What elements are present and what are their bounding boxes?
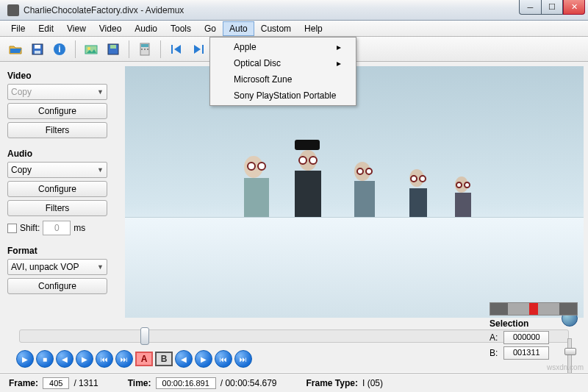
info-icon[interactable]: i xyxy=(50,40,69,59)
seek-thumb[interactable] xyxy=(140,327,149,345)
menu-help[interactable]: Help xyxy=(298,21,329,36)
svg-rect-14 xyxy=(171,45,173,54)
audio-filters-button[interactable]: Filters xyxy=(7,200,107,216)
svg-rect-2 xyxy=(35,51,40,54)
window-controls: ─ ☐ ✕ xyxy=(519,0,585,15)
marker-b-value: 001311 xyxy=(503,346,549,360)
menu-auto[interactable]: Auto xyxy=(223,21,254,36)
svg-text:i: i xyxy=(58,44,60,54)
marker-b-label: B: xyxy=(490,348,498,358)
watermark: wsxdn.com xyxy=(547,363,584,371)
maximize-button[interactable]: ☐ xyxy=(541,0,563,15)
video-section-label: Video xyxy=(7,71,118,81)
goto-marker-b-button[interactable]: ▶ xyxy=(195,350,212,368)
menu-view[interactable]: View xyxy=(60,21,93,36)
menu-video[interactable]: Video xyxy=(93,21,128,36)
menu-item-zune[interactable]: Microsoft Zune xyxy=(212,71,354,88)
menu-audio[interactable]: Audio xyxy=(128,21,164,36)
shift-label: Shift: xyxy=(20,223,40,233)
minimize-button[interactable]: ─ xyxy=(519,0,541,15)
stop-button[interactable]: ■ xyxy=(36,350,54,368)
time-total: / 00:00:54.679 xyxy=(220,378,277,388)
audio-codec-select[interactable]: Copy▼ xyxy=(7,162,107,178)
volume-slider[interactable] xyxy=(567,338,572,378)
audio-section-label: Audio xyxy=(7,149,118,159)
menu-go[interactable]: Go xyxy=(198,21,223,36)
marker-a-value: 000000 xyxy=(503,331,549,344)
prev-frame-button[interactable]: ◀ xyxy=(56,350,74,368)
menu-file[interactable]: File xyxy=(4,21,32,36)
window-title: CharlieChocolateFactory.divx - Avidemux xyxy=(24,5,184,15)
video-filters-button[interactable]: Filters xyxy=(7,122,107,138)
svg-rect-1 xyxy=(35,45,40,49)
image-save-icon[interactable] xyxy=(104,40,123,59)
svg-rect-13 xyxy=(147,49,148,50)
separator xyxy=(75,40,76,58)
title-bar: CharlieChocolateFactory.divx - Avidemux … xyxy=(0,0,588,21)
frame-type-label: Frame Type: xyxy=(306,378,358,388)
seek-slider[interactable] xyxy=(19,329,569,343)
status-bar: Frame: 405 / 1311 Time: 00:00:16.891 / 0… xyxy=(0,373,588,392)
svg-rect-10 xyxy=(141,44,148,47)
shift-checkbox[interactable] xyxy=(7,224,17,233)
menu-bar: File Edit View Video Audio Tools Go Auto… xyxy=(0,21,588,37)
separator xyxy=(129,40,129,58)
svg-rect-8 xyxy=(110,45,116,49)
time-value[interactable]: 00:00:16.891 xyxy=(156,377,216,389)
menu-tools[interactable]: Tools xyxy=(164,21,198,36)
svg-point-6 xyxy=(87,47,90,50)
submenu-arrow-icon: ▸ xyxy=(337,58,341,68)
set-marker-b-button[interactable]: B xyxy=(155,352,173,366)
format-select[interactable]: AVI, unpack VOP▼ xyxy=(7,259,107,275)
menu-item-optical-disc[interactable]: Optical Disc▸ xyxy=(212,55,354,71)
separator xyxy=(160,40,161,58)
prev-black-button[interactable]: ⏮ xyxy=(215,350,232,368)
auto-menu-dropdown: Apple▸ Optical Disc▸ Microsoft Zune Sony… xyxy=(209,37,356,106)
format-section-label: Format xyxy=(7,246,118,256)
format-configure-button[interactable]: Configure xyxy=(7,278,107,294)
app-icon xyxy=(7,4,19,16)
menu-item-psp[interactable]: Sony PlayStation Portable xyxy=(212,88,354,104)
menu-custom[interactable]: Custom xyxy=(254,21,298,36)
frame-label: Frame: xyxy=(9,378,38,388)
prev-keyframe-button[interactable]: ⏮ xyxy=(96,350,113,368)
goto-start-icon[interactable] xyxy=(167,40,186,59)
calculator-icon[interactable] xyxy=(135,40,154,59)
video-configure-button[interactable]: Configure xyxy=(7,103,107,119)
frame-value[interactable]: 405 xyxy=(43,377,69,389)
video-codec-select[interactable]: Copy▼ xyxy=(7,84,107,100)
close-button[interactable]: ✕ xyxy=(563,0,585,15)
audio-configure-button[interactable]: Configure xyxy=(7,181,107,197)
play-button[interactable]: ▶ xyxy=(16,350,34,368)
svg-rect-11 xyxy=(141,49,143,50)
next-frame-button[interactable]: ▶ xyxy=(76,350,93,368)
frame-type-value: I (05) xyxy=(362,378,383,388)
svg-rect-12 xyxy=(144,49,146,50)
submenu-arrow-icon: ▸ xyxy=(337,42,341,52)
selection-header: Selection xyxy=(490,318,578,329)
shift-unit: ms xyxy=(74,223,85,233)
set-marker-a-button[interactable]: A xyxy=(135,352,153,366)
marker-a-label: A: xyxy=(490,332,498,343)
menu-edit[interactable]: Edit xyxy=(32,21,60,36)
shift-value-input[interactable]: 0 xyxy=(43,221,71,235)
goto-end-icon[interactable] xyxy=(189,40,208,59)
image-load-icon[interactable] xyxy=(82,40,101,59)
volume-thumb[interactable] xyxy=(564,348,576,355)
next-black-button[interactable]: ⏭ xyxy=(234,350,252,368)
sidebar: Video Copy▼ Configure Filters Audio Copy… xyxy=(0,62,125,322)
save-icon[interactable] xyxy=(28,40,47,59)
menu-item-apple[interactable]: Apple▸ xyxy=(212,39,354,55)
next-keyframe-button[interactable]: ⏭ xyxy=(115,350,133,368)
frame-total: / 1311 xyxy=(74,378,98,388)
goto-marker-a-button[interactable]: ◀ xyxy=(175,350,193,368)
time-label: Time: xyxy=(128,378,151,388)
open-icon[interactable] xyxy=(6,40,25,59)
audio-level-meter xyxy=(490,302,578,316)
svg-rect-15 xyxy=(202,45,204,54)
